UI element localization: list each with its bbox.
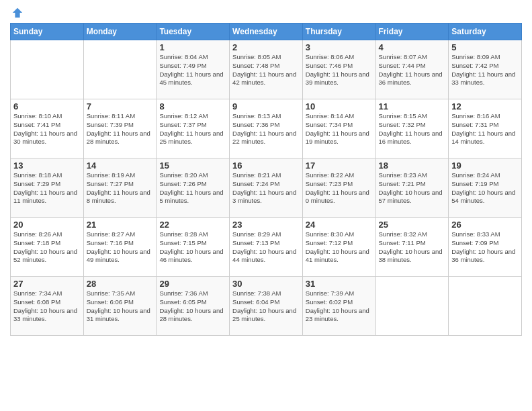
logo-area (10, 7, 24, 19)
calendar-cell: 14Sunrise: 8:19 AMSunset: 7:27 PMDayligh… (83, 158, 157, 218)
calendar-cell: 18Sunrise: 8:23 AMSunset: 7:21 PMDayligh… (375, 158, 449, 218)
day-info: Sunrise: 8:27 AMSunset: 7:16 PMDaylight:… (87, 230, 154, 265)
day-number: 14 (87, 161, 154, 171)
day-number: 23 (232, 220, 300, 230)
day-info: Sunrise: 8:24 AMSunset: 7:19 PMDaylight:… (451, 171, 519, 205)
day-info: Sunrise: 8:18 AMSunset: 7:29 PMDaylight:… (13, 171, 81, 205)
calendar-cell: 20Sunrise: 8:26 AMSunset: 7:18 PMDayligh… (11, 218, 84, 277)
calendar-cell: 11Sunrise: 8:15 AMSunset: 7:32 PMDayligh… (375, 99, 449, 158)
day-number: 12 (451, 101, 519, 111)
calendar-cell (449, 277, 522, 336)
day-number: 5 (451, 42, 519, 52)
day-info: Sunrise: 8:23 AMSunset: 7:21 PMDaylight:… (379, 171, 446, 205)
calendar-cell: 19Sunrise: 8:24 AMSunset: 7:19 PMDayligh… (449, 158, 522, 218)
svg-marker-0 (13, 8, 22, 17)
day-number: 8 (159, 101, 226, 111)
day-number: 3 (306, 42, 373, 52)
calendar-cell: 13Sunrise: 8:18 AMSunset: 7:29 PMDayligh… (11, 158, 84, 218)
day-number: 4 (379, 42, 446, 52)
day-info: Sunrise: 8:19 AMSunset: 7:27 PMDaylight:… (87, 171, 154, 205)
day-info: Sunrise: 7:34 AMSunset: 6:08 PMDaylight:… (13, 289, 81, 324)
calendar-cell: 2Sunrise: 8:05 AMSunset: 7:48 PMDaylight… (230, 40, 303, 99)
day-number: 20 (13, 220, 81, 230)
day-number: 22 (159, 220, 226, 230)
calendar-cell: 1Sunrise: 8:04 AMSunset: 7:49 PMDaylight… (157, 40, 230, 99)
day-info: Sunrise: 8:12 AMSunset: 7:37 PMDaylight:… (159, 112, 226, 146)
day-number: 1 (159, 42, 226, 52)
day-number: 29 (159, 279, 226, 289)
day-info: Sunrise: 8:05 AMSunset: 7:48 PMDaylight:… (232, 53, 300, 87)
header (10, 7, 522, 19)
day-number: 17 (306, 161, 373, 171)
day-number: 26 (451, 220, 519, 230)
day-number: 9 (232, 101, 300, 111)
day-of-week-header: Saturday (449, 24, 522, 40)
day-of-week-header: Thursday (302, 24, 375, 40)
calendar-cell: 8Sunrise: 8:12 AMSunset: 7:37 PMDaylight… (157, 99, 230, 158)
day-of-week-header: Friday (375, 24, 449, 40)
day-info: Sunrise: 8:26 AMSunset: 7:18 PMDaylight:… (13, 230, 81, 265)
day-info: Sunrise: 8:09 AMSunset: 7:42 PMDaylight:… (451, 53, 519, 87)
day-info: Sunrise: 8:29 AMSunset: 7:13 PMDaylight:… (232, 230, 300, 265)
day-number: 21 (87, 220, 154, 230)
day-info: Sunrise: 8:13 AMSunset: 7:36 PMDaylight:… (232, 112, 300, 146)
day-info: Sunrise: 7:38 AMSunset: 6:04 PMDaylight:… (232, 289, 300, 324)
calendar-cell: 12Sunrise: 8:16 AMSunset: 7:31 PMDayligh… (449, 99, 522, 158)
calendar-cell: 10Sunrise: 8:14 AMSunset: 7:34 PMDayligh… (302, 99, 375, 158)
day-number: 31 (306, 279, 373, 289)
day-info: Sunrise: 8:07 AMSunset: 7:44 PMDaylight:… (379, 53, 446, 87)
day-number: 13 (13, 161, 81, 171)
calendar-cell: 31Sunrise: 7:39 AMSunset: 6:02 PMDayligh… (302, 277, 375, 336)
day-info: Sunrise: 8:33 AMSunset: 7:09 PMDaylight:… (451, 230, 519, 265)
day-number: 11 (379, 101, 446, 111)
day-number: 16 (232, 161, 300, 171)
calendar-cell: 25Sunrise: 8:32 AMSunset: 7:11 PMDayligh… (375, 218, 449, 277)
calendar-cell: 16Sunrise: 8:21 AMSunset: 7:24 PMDayligh… (230, 158, 303, 218)
day-info: Sunrise: 8:04 AMSunset: 7:49 PMDaylight:… (159, 53, 226, 87)
logo-icon (11, 7, 24, 19)
day-number: 18 (379, 161, 446, 171)
calendar-cell (11, 40, 84, 99)
day-info: Sunrise: 8:14 AMSunset: 7:34 PMDaylight:… (306, 112, 373, 146)
day-info: Sunrise: 8:32 AMSunset: 7:11 PMDaylight:… (379, 230, 446, 265)
day-number: 24 (306, 220, 373, 230)
calendar-cell: 28Sunrise: 7:35 AMSunset: 6:06 PMDayligh… (83, 277, 157, 336)
calendar-cell: 17Sunrise: 8:22 AMSunset: 7:23 PMDayligh… (302, 158, 375, 218)
calendar-cell: 7Sunrise: 8:11 AMSunset: 7:39 PMDaylight… (83, 99, 157, 158)
logo-text (10, 7, 24, 19)
day-info: Sunrise: 8:30 AMSunset: 7:12 PMDaylight:… (306, 230, 373, 265)
day-number: 27 (13, 279, 81, 289)
day-info: Sunrise: 8:22 AMSunset: 7:23 PMDaylight:… (306, 171, 373, 205)
day-number: 28 (87, 279, 154, 289)
day-info: Sunrise: 7:35 AMSunset: 6:06 PMDaylight:… (87, 289, 154, 324)
day-number: 2 (232, 42, 300, 52)
calendar-cell: 4Sunrise: 8:07 AMSunset: 7:44 PMDaylight… (375, 40, 449, 99)
day-info: Sunrise: 7:36 AMSunset: 6:05 PMDaylight:… (159, 289, 226, 324)
day-info: Sunrise: 8:21 AMSunset: 7:24 PMDaylight:… (232, 171, 300, 205)
calendar-cell (375, 277, 449, 336)
day-info: Sunrise: 8:16 AMSunset: 7:31 PMDaylight:… (451, 112, 519, 146)
day-info: Sunrise: 8:10 AMSunset: 7:41 PMDaylight:… (13, 112, 81, 146)
day-info: Sunrise: 8:11 AMSunset: 7:39 PMDaylight:… (87, 112, 154, 146)
calendar-cell: 24Sunrise: 8:30 AMSunset: 7:12 PMDayligh… (302, 218, 375, 277)
day-of-week-header: Monday (83, 24, 157, 40)
day-of-week-header: Tuesday (157, 24, 230, 40)
calendar-cell: 5Sunrise: 8:09 AMSunset: 7:42 PMDaylight… (449, 40, 522, 99)
calendar-cell: 21Sunrise: 8:27 AMSunset: 7:16 PMDayligh… (83, 218, 157, 277)
day-number: 19 (451, 161, 519, 171)
calendar-cell: 29Sunrise: 7:36 AMSunset: 6:05 PMDayligh… (157, 277, 230, 336)
day-info: Sunrise: 8:15 AMSunset: 7:32 PMDaylight:… (379, 112, 446, 146)
calendar-cell: 15Sunrise: 8:20 AMSunset: 7:26 PMDayligh… (157, 158, 230, 218)
day-info: Sunrise: 8:20 AMSunset: 7:26 PMDaylight:… (159, 171, 226, 205)
calendar-cell: 27Sunrise: 7:34 AMSunset: 6:08 PMDayligh… (11, 277, 84, 336)
day-of-week-header: Wednesday (230, 24, 303, 40)
calendar-cell: 22Sunrise: 8:28 AMSunset: 7:15 PMDayligh… (157, 218, 230, 277)
day-number: 15 (159, 161, 226, 171)
day-number: 10 (306, 101, 373, 111)
calendar-cell: 3Sunrise: 8:06 AMSunset: 7:46 PMDaylight… (302, 40, 375, 99)
page: SundayMondayTuesdayWednesdayThursdayFrid… (0, 0, 532, 411)
calendar-cell: 26Sunrise: 8:33 AMSunset: 7:09 PMDayligh… (449, 218, 522, 277)
calendar-cell (83, 40, 157, 99)
calendar-table: SundayMondayTuesdayWednesdayThursdayFrid… (10, 23, 522, 336)
day-info: Sunrise: 8:06 AMSunset: 7:46 PMDaylight:… (306, 53, 373, 87)
